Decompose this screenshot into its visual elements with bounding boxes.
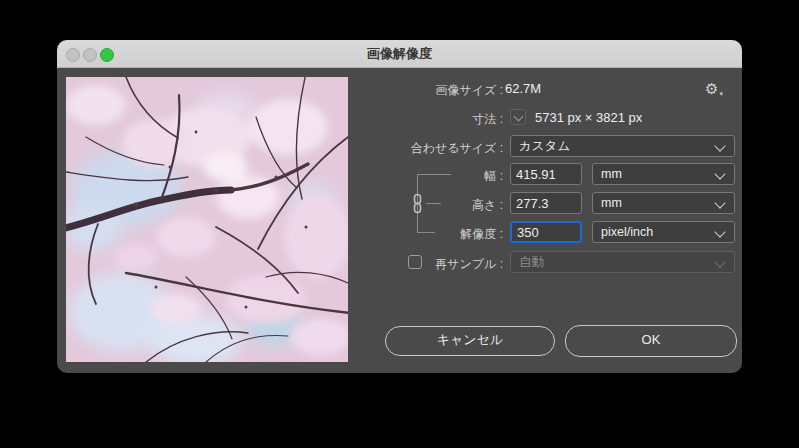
resample-label: 再サンプル : [435,256,503,273]
gear-icon: ⚙ [705,80,718,97]
dimensions-value: 5731 px × 3821 px [535,110,642,125]
width-label: 幅 : [484,168,503,185]
resolution-unit-value: pixel/inch [601,225,653,239]
height-label: 高さ : [472,197,503,214]
dialog-title: 画像解像度 [57,40,742,68]
fit-to-label: 合わせるサイズ : [411,140,503,157]
height-unit-select[interactable]: mm [592,192,735,214]
width-input[interactable] [510,163,582,185]
resample-checkbox[interactable] [408,255,422,269]
chevron-down-icon [714,140,725,151]
image-size-label: 画像サイズ : [435,82,503,99]
width-unit-value: mm [601,167,622,181]
link-icon[interactable] [411,193,424,214]
link-bracket-middle [426,203,441,204]
height-input[interactable] [510,192,582,214]
height-unit-value: mm [601,196,622,210]
chevron-down-icon [714,197,725,208]
chevron-down-icon [714,226,725,237]
resample-method-value: 自動 [519,255,544,269]
caret-down-icon: ▾ [719,90,723,97]
dimensions-label: 寸法 : [472,111,503,128]
width-unit-select[interactable]: mm [592,163,735,185]
chevron-down-icon [714,256,725,267]
resample-method-select: 自動 [510,251,735,273]
ok-button[interactable]: OK [565,325,737,357]
dimensions-unit-dropdown[interactable] [510,109,526,125]
image-size-value: 62.7M [505,81,541,96]
link-bracket-top [417,174,451,175]
cherry-blossom-preview [66,77,348,362]
resolution-input[interactable] [510,221,582,243]
resolution-unit-select[interactable]: pixel/inch [592,221,735,243]
image-preview[interactable] [66,77,348,362]
chevron-down-icon [513,112,523,122]
titlebar[interactable]: 画像解像度 [57,40,742,68]
fit-to-value: カスタム [519,139,570,153]
image-size-dialog: 画像解像度 [57,40,742,373]
cancel-button[interactable]: キャンセル [385,326,555,356]
chevron-down-icon [714,168,725,179]
link-bracket-bottom [417,232,435,233]
gear-menu-button[interactable]: ⚙▾ [705,78,731,100]
fit-to-select[interactable]: カスタム [510,135,735,157]
resolution-label: 解像度 : [460,226,503,243]
